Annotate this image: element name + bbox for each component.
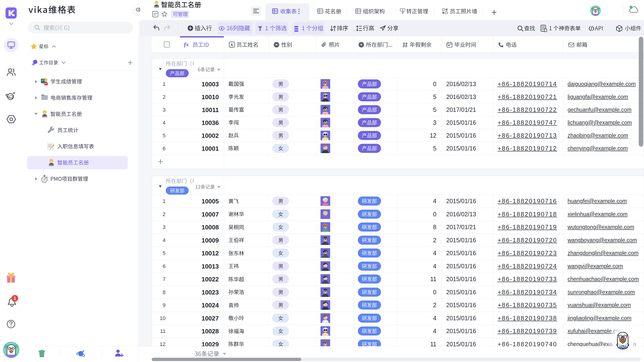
svg-text:fx: fx [184, 41, 189, 47]
svg-text:A: A [230, 43, 234, 47]
